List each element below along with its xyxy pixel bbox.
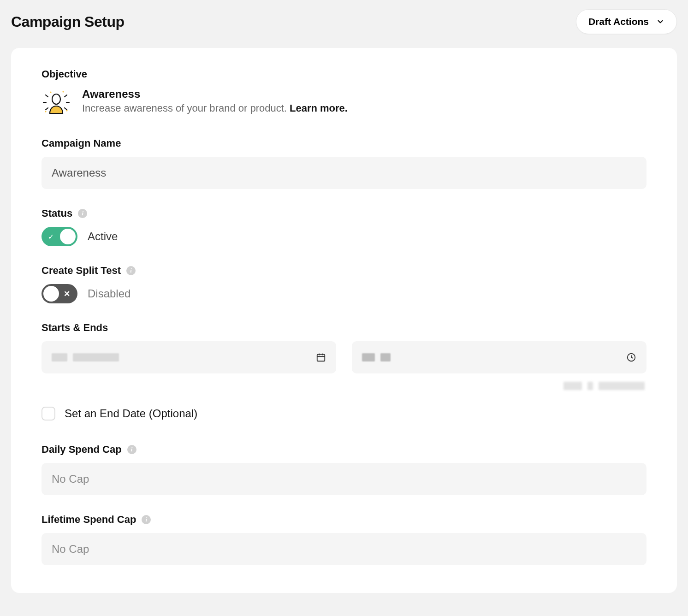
svg-point-9	[45, 111, 46, 112]
info-icon[interactable]: i	[127, 445, 136, 454]
svg-line-5	[65, 108, 67, 110]
campaign-name-label: Campaign Name	[42, 137, 646, 149]
x-icon: ✕	[64, 289, 70, 299]
info-icon[interactable]: i	[78, 209, 87, 218]
info-icon[interactable]: i	[142, 515, 151, 524]
schedule-label: Starts & Ends	[42, 322, 646, 334]
redacted-date-value	[52, 353, 119, 361]
objective-label: Objective	[42, 68, 646, 80]
status-text: Active	[88, 230, 118, 243]
clock-icon	[626, 352, 636, 362]
start-date-input[interactable]	[42, 341, 336, 373]
calendar-icon	[316, 352, 326, 362]
objective-description: Increase awareness of your brand or prod…	[82, 102, 348, 114]
timezone-text	[42, 382, 646, 390]
start-time-input[interactable]	[352, 341, 646, 373]
svg-rect-11	[317, 355, 325, 361]
svg-line-2	[46, 95, 48, 97]
learn-more-link[interactable]: Learn more.	[290, 102, 348, 114]
info-icon[interactable]: i	[126, 266, 136, 275]
svg-line-3	[65, 95, 67, 97]
objective-title: Awareness	[82, 88, 348, 101]
status-label: Status	[42, 207, 72, 219]
status-toggle[interactable]: ✓	[42, 227, 77, 246]
svg-point-10	[52, 94, 60, 104]
draft-actions-button[interactable]: Draft Actions	[576, 9, 677, 34]
daily-cap-input[interactable]	[42, 463, 646, 495]
split-test-text: Disabled	[88, 287, 130, 300]
set-end-date-label: Set an End Date (Optional)	[65, 407, 197, 420]
svg-point-8	[66, 110, 67, 111]
objective-description-text: Increase awareness of your brand or prod…	[82, 102, 290, 114]
awareness-icon	[42, 88, 71, 117]
lifetime-cap-input[interactable]	[42, 533, 646, 565]
svg-line-4	[46, 108, 48, 110]
split-test-label: Create Split Test	[42, 265, 121, 277]
daily-cap-label: Daily Spend Cap	[42, 444, 122, 456]
svg-point-6	[50, 91, 51, 93]
split-test-toggle[interactable]: ✕	[42, 284, 77, 303]
redacted-time-value	[362, 353, 391, 361]
chevron-down-icon	[656, 18, 664, 26]
draft-actions-label: Draft Actions	[588, 16, 649, 27]
page-title: Campaign Setup	[11, 13, 124, 30]
svg-point-7	[62, 91, 64, 92]
set-end-date-checkbox[interactable]	[42, 407, 55, 421]
check-icon: ✓	[48, 232, 54, 241]
lifetime-cap-label: Lifetime Spend Cap	[42, 514, 136, 526]
campaign-setup-card: Objective Awareness Increase awareness o…	[11, 48, 677, 593]
campaign-name-input[interactable]	[42, 157, 646, 189]
